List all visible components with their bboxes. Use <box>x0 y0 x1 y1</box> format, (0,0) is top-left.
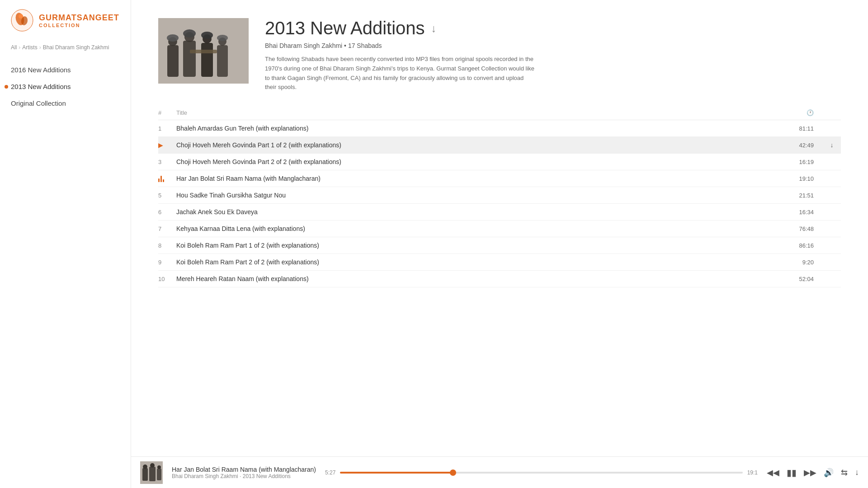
svg-rect-21 <box>149 467 156 481</box>
sidebar: GURMATSANGEET COLLECTION All › Artists ›… <box>0 0 131 488</box>
svg-rect-7 <box>183 41 196 77</box>
track-num <box>158 175 176 182</box>
collection-title: 2013 New Additions ↓ <box>265 18 841 38</box>
col-num: # <box>158 109 176 116</box>
track-list: # Title 🕐 1Bhaleh Amardas Gun Tereh (wit… <box>131 106 868 287</box>
track-title: Har Jan Bolat Sri Raam Nama (with Mangla… <box>176 175 778 182</box>
track-row[interactable]: 9Koi Boleh Ram Ram Part 2 of 2 (with exp… <box>158 254 841 271</box>
breadcrumb: All › Artists › Bhai Dharam Singh Zakhmi <box>0 41 131 58</box>
track-title: Choji Hoveh Mereh Govinda Part 2 of 2 (w… <box>176 158 778 165</box>
breadcrumb-artists-link[interactable]: Artists <box>22 44 37 51</box>
shuffle-button[interactable]: ⇆ <box>841 468 848 478</box>
breadcrumb-all-link[interactable]: All <box>11 44 17 51</box>
track-duration: 81:11 <box>778 125 823 132</box>
player-thumbnail <box>140 461 163 484</box>
track-duration: 9:20 <box>778 259 823 266</box>
logo-icon <box>11 9 33 32</box>
track-title: Koi Boleh Ram Ram Part 1 of 2 (with expl… <box>176 242 778 249</box>
track-duration: 16:19 <box>778 159 823 165</box>
svg-point-24 <box>157 465 161 469</box>
collection-description: The following Shabads have been recently… <box>265 55 536 92</box>
main-content: 2013 New Additions ↓ Bhai Dharam Singh Z… <box>131 0 868 456</box>
progress-handle[interactable] <box>450 469 456 476</box>
track-duration: 76:48 <box>778 225 823 232</box>
collection-download-icon[interactable]: ↓ <box>431 22 437 35</box>
track-row[interactable]: Har Jan Bolat Sri Raam Nama (with Mangla… <box>158 170 841 187</box>
collection-header: 2013 New Additions ↓ Bhai Dharam Singh Z… <box>131 0 868 106</box>
track-download-icon[interactable]: ↓ <box>830 141 834 149</box>
track-num: 7 <box>158 225 176 232</box>
track-action[interactable]: ↓ <box>823 141 841 149</box>
track-title: Kehyaa Karnaa Ditta Lena (with explanati… <box>176 225 778 232</box>
collection-info: 2013 New Additions ↓ Bhai Dharam Singh Z… <box>265 18 841 92</box>
logo-subtitle: COLLECTION <box>39 23 119 28</box>
player-track-info: Har Jan Bolat Sri Raam Nama (with Mangla… <box>172 466 316 479</box>
track-title: Koi Boleh Ram Ram Part 2 of 2 (with expl… <box>176 258 778 266</box>
track-row[interactable]: 5Hou Sadke Tinah Gursikha Satgur Nou21:5… <box>158 187 841 204</box>
breadcrumb-current: Bhai Dharam Singh Zakhmi <box>43 44 109 51</box>
sidebar-item-2016-label: 2016 New Additions <box>11 66 71 74</box>
track-row[interactable]: ▶Choji Hoveh Mereh Govinda Part 1 of 2 (… <box>158 137 841 154</box>
track-num: 1 <box>158 125 176 132</box>
track-num: ▶ <box>158 141 176 149</box>
svg-rect-11 <box>217 45 228 77</box>
track-row[interactable]: 10Mereh Heareh Ratan Naam (with explanat… <box>158 271 841 287</box>
logo-text: GURMATSANGEET COLLECTION <box>39 13 119 28</box>
bars-icon <box>158 175 176 182</box>
skip-forward-button[interactable]: ▶▶ <box>804 468 816 478</box>
svg-rect-23 <box>157 469 161 480</box>
volume-button[interactable]: 🔊 <box>824 468 834 478</box>
track-num: 9 <box>158 259 176 266</box>
sidebar-item-2016[interactable]: 2016 New Additions <box>0 61 131 78</box>
svg-point-14 <box>183 29 196 38</box>
svg-rect-5 <box>167 45 179 77</box>
progress-bar[interactable] <box>340 472 742 474</box>
svg-point-15 <box>201 32 213 39</box>
track-duration: 16:34 <box>778 209 823 216</box>
sidebar-nav: 2016 New Additions 2013 New Additions Or… <box>0 58 131 115</box>
track-duration: 52:04 <box>778 276 823 282</box>
player-progress-area: 5:27 19:1 <box>325 469 758 476</box>
svg-point-3 <box>19 14 23 19</box>
play-icon: ▶ <box>158 141 163 149</box>
player-total-time: 19:1 <box>747 469 758 476</box>
track-num: 3 <box>158 159 176 165</box>
player-current-time: 5:27 <box>325 469 335 476</box>
track-row[interactable]: 8Koi Boleh Ram Ram Part 1 of 2 (with exp… <box>158 237 841 254</box>
track-num: 5 <box>158 192 176 199</box>
track-num: 10 <box>158 276 176 282</box>
player-download-icon[interactable]: ↓ <box>855 468 859 477</box>
progress-fill <box>340 472 453 474</box>
col-duration-icon: 🕐 <box>778 109 823 116</box>
sidebar-item-original-label: Original Collection <box>11 99 66 107</box>
player-track-sub: Bhai Dharam Singh Zakhmi · 2013 New Addi… <box>172 473 316 479</box>
sidebar-item-original[interactable]: Original Collection <box>0 95 131 112</box>
skip-back-button[interactable]: ◀◀ <box>767 468 779 478</box>
track-row[interactable]: 3Choji Hoveh Mereh Govinda Part 2 of 2 (… <box>158 154 841 170</box>
track-title: Hou Sadke Tinah Gursikha Satgur Nou <box>176 192 778 199</box>
track-num: 6 <box>158 209 176 216</box>
track-rows: 1Bhaleh Amardas Gun Tereh (with explanat… <box>158 120 841 287</box>
svg-rect-9 <box>201 43 213 77</box>
pause-button[interactable]: ▮▮ <box>787 467 797 478</box>
track-title: Bhaleh Amardas Gun Tereh (with explanati… <box>176 125 778 132</box>
track-title: Jachak Anek Sou Ek Daveya <box>176 208 778 216</box>
col-title: Title <box>176 109 778 116</box>
collection-thumbnail <box>158 18 249 84</box>
logo-title-top: GURMAT <box>39 13 77 22</box>
collection-subtitle: Bhai Dharam Singh Zakhmi • 17 Shabads <box>265 42 841 49</box>
track-title: Mereh Heareh Ratan Naam (with explanatio… <box>176 275 778 282</box>
track-row[interactable]: 7Kehyaa Karnaa Ditta Lena (with explanat… <box>158 221 841 237</box>
player-track-title: Har Jan Bolat Sri Raam Nama (with Mangla… <box>172 466 316 473</box>
track-row[interactable]: 6Jachak Anek Sou Ek Daveya16:34 <box>158 204 841 221</box>
svg-point-20 <box>143 465 147 469</box>
svg-point-13 <box>167 34 179 42</box>
player-bar: Har Jan Bolat Sri Raam Nama (with Mangla… <box>131 456 868 488</box>
track-row[interactable]: 1Bhaleh Amardas Gun Tereh (with explanat… <box>158 120 841 137</box>
sidebar-item-2013[interactable]: 2013 New Additions <box>0 78 131 95</box>
svg-rect-17 <box>190 50 217 53</box>
logo-title-orange: SANGEET <box>77 13 119 22</box>
logo-area: GURMATSANGEET COLLECTION <box>0 0 131 41</box>
svg-point-16 <box>217 35 228 41</box>
track-duration: 19:10 <box>778 175 823 182</box>
